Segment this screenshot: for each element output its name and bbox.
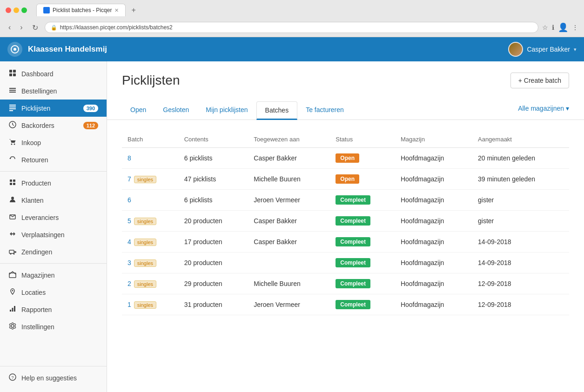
warehouse-dropdown[interactable]: Alle magazijnen ▾ <box>518 105 569 112</box>
cell-assigned: Casper Bakker <box>248 211 330 232</box>
sidebar-divider-1 <box>0 171 107 172</box>
batches-table: Batch Contents Toegewezen aan Status Mag… <box>122 131 569 315</box>
table-row[interactable]: 3singles20 productenCompleetHoofdmagazij… <box>122 252 569 273</box>
rapporten-icon <box>8 305 17 314</box>
reload-button[interactable]: ↻ <box>29 22 41 33</box>
cell-created: 14-09-2018 <box>472 232 569 252</box>
table-row[interactable]: 5singles20 productenCasper BakkerComplee… <box>122 211 569 232</box>
tab-open[interactable]: Open <box>122 101 154 120</box>
cell-created: 20 minuten geleden <box>472 148 569 169</box>
batch-link-3[interactable]: 3 <box>128 259 131 266</box>
cell-warehouse: Hoofdmagazijn <box>395 252 472 273</box>
svg-rect-7 <box>9 90 16 91</box>
status-badge: Open <box>336 174 359 184</box>
sidebar-item-magazijnen[interactable]: Magazijnen <box>0 266 107 284</box>
cell-batch-5: 5singles <box>122 211 179 232</box>
batch-link-6[interactable]: 6 <box>128 196 131 204</box>
batch-link-7[interactable]: 7 <box>128 175 131 183</box>
batch-link-2[interactable]: 2 <box>128 280 131 287</box>
create-batch-button[interactable]: + Create batch <box>510 73 569 88</box>
tab-mijn-picklijsten[interactable]: Mijn picklijsten <box>197 101 256 120</box>
table-row[interactable]: 2singles29 productenMichelle BuurenCompl… <box>122 273 569 294</box>
close-button[interactable] <box>6 7 11 13</box>
info-icon[interactable]: ℹ <box>552 24 554 31</box>
status-badge: Compleet <box>336 279 370 288</box>
new-tab-button[interactable]: + <box>128 6 139 14</box>
status-badge: Compleet <box>336 237 370 246</box>
batch-tag: singles <box>134 280 156 288</box>
tab-title: Picklist batches - Picqer <box>53 7 112 13</box>
svg-rect-24 <box>9 250 14 253</box>
menu-icon[interactable]: ⋮ <box>572 24 578 31</box>
cell-assigned: Jeroen Vermeer <box>248 190 330 211</box>
sidebar-item-instellingen[interactable]: Instellingen <box>0 318 107 335</box>
table-row[interactable]: 4singles17 productenCasper BakkerComplee… <box>122 232 569 252</box>
sidebar-item-help[interactable]: ? Help en suggesties <box>0 369 107 386</box>
cell-created: 14-09-2018 <box>472 252 569 273</box>
bookmark-icon[interactable]: ☆ <box>542 24 548 31</box>
sidebar-label-locaties: Locaties <box>21 289 98 296</box>
svg-rect-21 <box>13 183 15 185</box>
sidebar-item-bestellingen[interactable]: Bestellingen <box>0 82 107 100</box>
sidebar-divider-bottom <box>0 366 107 366</box>
batch-link-1[interactable]: 1 <box>128 301 131 308</box>
tab-gesloten[interactable]: Gesloten <box>154 101 197 120</box>
cell-assigned <box>248 252 330 273</box>
batch-link-4[interactable]: 4 <box>128 238 131 246</box>
help-icon: ? <box>8 373 17 382</box>
table-row[interactable]: 1singles31 productenJeroen VermeerComple… <box>122 294 569 315</box>
sidebar-item-dashboard[interactable]: Dashboard <box>0 65 107 82</box>
magazijnen-icon <box>8 271 17 279</box>
sidebar-item-rapporten[interactable]: Rapporten <box>0 301 107 318</box>
back-button[interactable]: ‹ <box>6 22 13 33</box>
status-badge: Compleet <box>336 300 370 309</box>
col-header-magazijn: Magazijn <box>395 131 472 148</box>
main-content: Picklijsten + Create batch Open Gesloten… <box>107 61 584 392</box>
address-bar-input[interactable]: 🔒 https://klaassen.picqer.com/picklists/… <box>45 22 538 33</box>
table-row[interactable]: 66 picklistsJeroen VermeerCompleetHoofdm… <box>122 190 569 211</box>
sidebar-item-leveranciers[interactable]: Leveranciers <box>0 209 107 226</box>
batch-link-8[interactable]: 8 <box>128 154 131 162</box>
sidebar-label-klanten: Klanten <box>21 197 98 204</box>
tab-close-button[interactable]: ✕ <box>114 7 119 13</box>
sidebar-item-locaties[interactable]: Locaties <box>0 284 107 301</box>
cell-status: Compleet <box>330 232 395 252</box>
table-row[interactable]: 86 picklistsCasper BakkerOpenHoofdmagazi… <box>122 148 569 169</box>
sidebar-item-klanten[interactable]: Klanten <box>0 192 107 209</box>
sidebar-label-backorders: Backorders <box>21 122 79 129</box>
user-profile-icon[interactable]: 👤 <box>558 22 568 33</box>
lock-icon: 🔒 <box>51 25 57 31</box>
user-dropdown-arrow[interactable]: ▾ <box>574 47 577 53</box>
svg-point-28 <box>12 290 13 292</box>
top-nav-left: Klaassen Handelsmij <box>7 42 107 57</box>
svg-point-17 <box>14 144 15 145</box>
maximize-button[interactable] <box>21 7 27 13</box>
cell-batch-2: 2singles <box>122 273 179 294</box>
sidebar-item-producten[interactable]: Producten <box>0 174 107 192</box>
minimize-button[interactable] <box>13 7 19 13</box>
table-row[interactable]: 7singles47 picklistsMichelle BuurenOpenH… <box>122 169 569 190</box>
col-header-toegewezen: Toegewezen aan <box>248 131 330 148</box>
sidebar-item-verplaatsingen[interactable]: Verplaatsingen <box>0 226 107 243</box>
svg-rect-4 <box>9 73 12 76</box>
sidebar-item-retouren[interactable]: Retouren <box>0 151 107 168</box>
batch-link-5[interactable]: 5 <box>128 217 131 225</box>
sidebar-label-instellingen: Instellingen <box>21 323 98 331</box>
cell-warehouse: Hoofdmagazijn <box>395 148 472 169</box>
sidebar-item-inkoop[interactable]: Inkoop <box>0 134 107 151</box>
svg-text:?: ? <box>11 375 13 380</box>
sidebar-item-zendingen[interactable]: Zendingen <box>0 243 107 260</box>
sidebar-item-backorders[interactable]: Backorders 112 <box>0 117 107 134</box>
instellingen-icon <box>8 322 17 331</box>
cell-contents: 17 producten <box>179 232 248 252</box>
sidebar-item-picklijsten[interactable]: Picklijsten 390 <box>0 100 107 117</box>
cell-warehouse: Hoofdmagazijn <box>395 169 472 190</box>
tab-batches[interactable]: Batches <box>256 101 298 120</box>
user-avatar[interactable] <box>508 42 523 57</box>
svg-point-26 <box>13 253 15 255</box>
batch-tag: singles <box>134 176 156 183</box>
forward-button[interactable]: › <box>17 22 25 33</box>
tab-te-factureren[interactable]: Te factureren <box>297 101 352 120</box>
col-header-contents: Contents <box>179 131 248 148</box>
browser-tab[interactable]: Picklist batches - Picqer ✕ <box>36 4 126 16</box>
